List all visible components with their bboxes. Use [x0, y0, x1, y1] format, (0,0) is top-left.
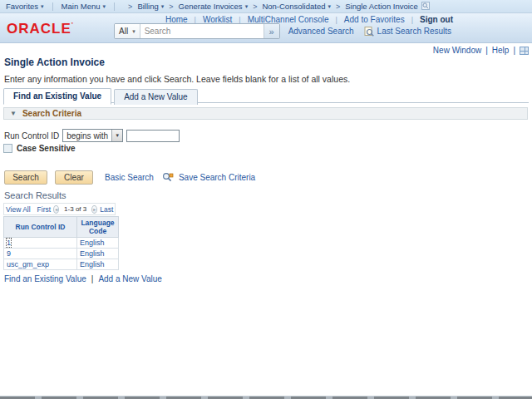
breadcrumb: Favorites ▾ Main Menu ▾ > Billing ▾ > Ge… [0, 0, 532, 13]
taskbar-edge [0, 396, 532, 399]
divider: | [411, 16, 413, 24]
run-control-row: Run Control ID begins with ▼ [4, 129, 180, 142]
select-arrow-icon: ▼ [111, 130, 122, 141]
last-search-results[interactable]: Last Search Results [364, 27, 452, 37]
last-link[interactable]: Last [100, 205, 113, 214]
search-button[interactable]: Search [4, 170, 47, 185]
operator-select[interactable]: begins with ▼ [62, 129, 123, 142]
search-scope-dropdown[interactable]: All ▾ [115, 24, 140, 38]
tab-bar: Find an Existing Value Add a New Value [3, 88, 198, 105]
results-table: Run Control ID Language Code 1 English 9… [3, 216, 119, 270]
page-utility-links: New Window | Help | [433, 46, 529, 55]
collapse-triangle-icon: ▼ [10, 110, 17, 117]
search-scope-value: All [119, 27, 128, 36]
table-row: 1 English [4, 238, 119, 249]
chevron-down-icon: ▾ [245, 3, 249, 10]
page-title: Single Action Invoice [4, 57, 105, 68]
operator-value: begins with [63, 130, 111, 141]
breadcrumb-divider [114, 2, 115, 11]
search-input[interactable] [140, 24, 264, 38]
application-window: Favorites ▾ Main Menu ▾ > Billing ▾ > Ge… [0, 0, 532, 399]
footer-add-new-link[interactable]: Add a New Value [98, 274, 162, 283]
search-box: All ▾ » [114, 23, 280, 39]
next-page-icon[interactable]: ► [91, 205, 97, 214]
view-all-link[interactable]: View All [6, 205, 31, 214]
column-header-run-control-id[interactable]: Run Control ID [4, 217, 77, 238]
page-instruction: Enter any information you have and click… [4, 74, 350, 84]
breadcrumb-favorites[interactable]: Favorites ▾ [6, 2, 44, 11]
tab-find-existing-value[interactable]: Find an Existing Value [3, 88, 111, 105]
breadcrumb-generate-invoices[interactable]: Generate Invoices ▾ [179, 2, 249, 11]
breadcrumb-non-consolidated[interactable]: Non-Consolidated ▾ [262, 2, 331, 11]
chevron-down-icon: ▾ [328, 3, 331, 10]
run-control-input[interactable] [126, 130, 180, 142]
chevron-down-icon: ▾ [41, 3, 44, 10]
chevron-down-icon: ▾ [161, 3, 165, 10]
breadcrumb-separator: > [169, 2, 173, 11]
breadcrumb-label: Favorites [6, 2, 38, 11]
divider: | [195, 16, 196, 24]
help-link[interactable]: Help [492, 46, 510, 55]
case-sensitive-row: Case Sensitive [3, 144, 76, 153]
search-go-button[interactable]: » [264, 24, 279, 38]
oracle-logo: ORACLE’ [7, 21, 74, 37]
result-link-run-control[interactable]: usc_gm_exp [7, 260, 49, 268]
breadcrumb-page-icon[interactable] [421, 2, 430, 12]
breadcrumb-main-menu[interactable]: Main Menu ▾ [62, 2, 106, 11]
save-search-criteria-link[interactable]: Save Search Criteria [179, 173, 255, 182]
table-row: usc_gm_exp English [4, 259, 119, 270]
breadcrumb-label: Main Menu [62, 2, 101, 11]
result-range: 1-3 of 3 [64, 205, 86, 213]
result-link-language[interactable]: English [80, 260, 105, 268]
save-search-icon[interactable] [162, 172, 174, 183]
chevron-down-icon: ▾ [132, 28, 135, 35]
breadcrumb-label: Billing [137, 2, 158, 11]
result-link-language[interactable]: English [80, 249, 105, 258]
search-criteria-label: Search Criteria [22, 109, 81, 118]
divider: | [91, 274, 94, 283]
clear-button[interactable]: Clear [55, 170, 93, 185]
breadcrumb-separator: > [253, 2, 257, 11]
breadcrumb-divider [52, 2, 53, 11]
last-search-results-link[interactable]: Last Search Results [377, 27, 452, 36]
last-search-results-icon [364, 27, 374, 37]
divider: | [513, 46, 515, 55]
breadcrumb-label: Non-Consolidated [262, 2, 325, 11]
previous-page-icon[interactable]: ◄ [53, 205, 59, 214]
new-window-link[interactable]: New Window [433, 46, 481, 55]
result-link-run-control[interactable]: 9 [7, 249, 11, 258]
footer-links: Find an Existing Value | Add a New Value [4, 274, 162, 283]
breadcrumb-current-page: Single Action Invoice [345, 2, 418, 11]
result-link-language[interactable]: English [80, 239, 105, 247]
first-link[interactable]: First [37, 205, 52, 214]
global-search: All ▾ » Advanced Search Last Search Resu… [114, 23, 451, 39]
divider: | [239, 16, 240, 24]
table-row: 9 English [4, 249, 119, 259]
column-header-language-code[interactable]: Language Code [77, 217, 119, 238]
footer-find-existing-link[interactable]: Find an Existing Value [4, 274, 86, 283]
divider: | [485, 46, 488, 55]
breadcrumb-label: Generate Invoices [179, 2, 243, 11]
breadcrumb-label: Single Action Invoice [345, 2, 418, 11]
search-criteria-header[interactable]: ▼ Search Criteria [3, 107, 528, 120]
divider: | [336, 16, 337, 24]
basic-search-link[interactable]: Basic Search [105, 173, 154, 182]
header-bar: Home | Worklist | MultiChannel Console |… [0, 13, 532, 43]
chevron-down-icon: ▾ [103, 3, 106, 10]
breadcrumb-separator: > [336, 2, 340, 11]
search-results-heading: Search Results [4, 190, 66, 200]
action-buttons: Search Clear Basic Search Save Search Cr… [4, 170, 255, 185]
tab-add-new-value[interactable]: Add a New Value [114, 89, 198, 105]
breadcrumb-billing[interactable]: Billing ▾ [137, 2, 164, 11]
case-sensitive-checkbox[interactable] [3, 144, 12, 153]
breadcrumb-separator: > [128, 2, 132, 11]
result-link-run-control[interactable]: 1 [7, 239, 11, 247]
results-pagination: View All First ◄ 1-3 of 3 ► Last [3, 203, 116, 215]
advanced-search-link[interactable]: Advanced Search [288, 27, 354, 36]
table-header-row: Run Control ID Language Code [4, 217, 119, 238]
window-grid-icon[interactable] [520, 47, 529, 55]
run-control-label: Run Control ID [4, 131, 59, 140]
case-sensitive-label: Case Sensitive [17, 144, 76, 153]
